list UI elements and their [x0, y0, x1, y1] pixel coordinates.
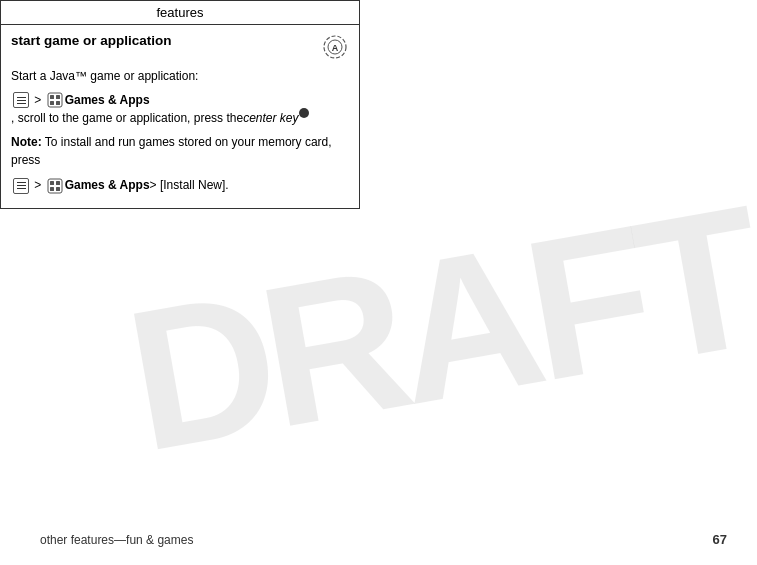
menu-icon-lines — [17, 97, 26, 104]
svg-rect-4 — [50, 95, 54, 99]
apps-icon-2 — [47, 178, 63, 194]
note-label: Note: — [11, 135, 42, 149]
games-apps-label-1: Games & Apps — [65, 91, 150, 109]
svg-rect-7 — [56, 101, 60, 105]
svg-rect-12 — [56, 187, 60, 191]
svg-text:A: A — [332, 43, 339, 53]
footer-text: other features—fun & games — [40, 533, 193, 547]
menu-line-2 — [17, 100, 26, 101]
note-menu-line-3 — [17, 188, 26, 189]
features-table: features start game or application — [0, 0, 360, 209]
table-header: features — [1, 1, 360, 25]
svg-rect-10 — [56, 181, 60, 185]
java-icon-svg: A — [321, 33, 349, 61]
page-number: 67 — [713, 532, 727, 547]
games-apps-label-2: Games & Apps — [65, 176, 150, 194]
note-apps-icon-svg — [47, 178, 63, 194]
center-key-text: center key — [243, 109, 298, 127]
svg-rect-5 — [56, 95, 60, 99]
menu-icon-lines-2 — [17, 182, 26, 189]
note-section: Note: To install and run games stored on… — [11, 133, 349, 198]
arrow-1: > — [31, 91, 45, 109]
table-body: start game or application A — [1, 25, 360, 209]
note-text: To install and run games stored on your … — [11, 135, 332, 167]
note-arrow: > — [31, 176, 45, 194]
svg-rect-11 — [50, 187, 54, 191]
menu-line-3 — [17, 103, 26, 104]
center-dot — [299, 108, 309, 118]
apps-icon-1 — [47, 92, 63, 108]
note-menu-line-1 — [17, 182, 26, 183]
note-suffix: > [Install New]. — [150, 176, 229, 194]
svg-rect-9 — [50, 181, 54, 185]
section-title: start game or application — [11, 33, 172, 48]
section-title-row: start game or application A — [11, 33, 349, 61]
page-footer: other features—fun & games 67 — [0, 532, 757, 547]
instruction-line-1: > Games & Apps , scro — [11, 91, 349, 127]
svg-rect-3 — [48, 93, 62, 107]
content-area: features start game or application — [0, 0, 380, 209]
svg-rect-8 — [48, 179, 62, 193]
menu-icon-1 — [13, 92, 29, 108]
draft-watermark: DRAFT — [112, 161, 757, 496]
intro-text: Start a Java™ game or application: — [11, 67, 349, 85]
svg-rect-6 — [50, 101, 54, 105]
menu-line-1 — [17, 97, 26, 98]
menu-icon-2 — [13, 178, 29, 194]
note-instruction-line: > Games & Apps — [11, 176, 229, 194]
note-menu-line-2 — [17, 185, 26, 186]
apps-icon-svg — [47, 92, 63, 108]
java-icon: A — [321, 33, 349, 61]
instruction-suffix-1: , scroll to the game or application, pre… — [11, 109, 243, 127]
